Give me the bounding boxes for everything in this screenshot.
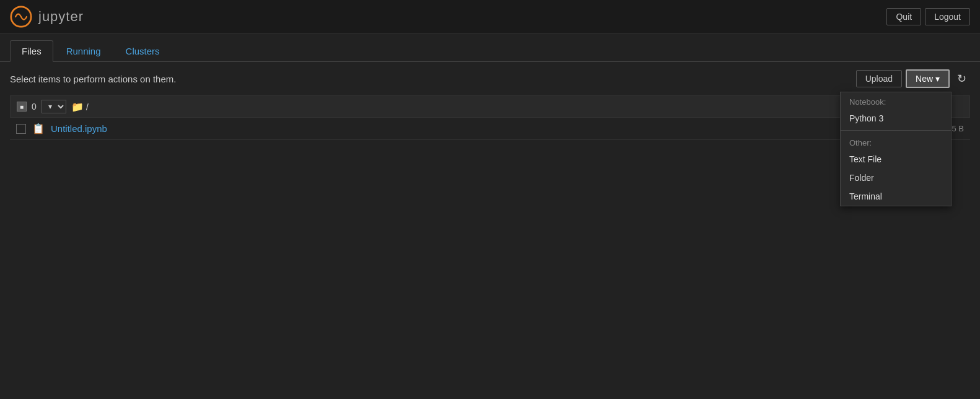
breadcrumb: 📁 / [71,101,512,113]
logo-area: jupyter [10,6,84,28]
content-area: Select items to perform actions on them.… [0,62,980,147]
instruction-text: Select items to perform actions on them. [10,74,176,84]
python3-menu-item[interactable]: Python 3 [841,109,951,128]
jupyter-logo-icon [10,6,32,28]
new-button[interactable]: New ▾ [906,69,950,88]
breadcrumb-path: / [86,102,89,112]
terminal-menu-item[interactable]: Terminal [841,187,951,206]
notebook-section-label: Notebook: [841,92,951,109]
action-bar: Select items to perform actions on them.… [10,69,970,88]
file-checkbox[interactable] [16,124,26,134]
header: jupyter Quit Logout [0,0,980,34]
select-all-checkbox[interactable] [17,102,27,112]
text-file-menu-item[interactable]: Text File [841,150,951,169]
dropdown-divider [841,130,951,131]
file-icon: 📋 [32,123,45,134]
file-size: 5 B [952,124,964,133]
tabs-bar: Files Running Clusters [0,34,980,62]
app-title: jupyter [38,9,84,25]
quit-button[interactable]: Quit [886,8,921,25]
file-list-header: 0 ▾ 📁 / Name ↓ Las [10,95,970,118]
upload-button[interactable]: Upload [856,70,902,87]
action-bar-right: Upload New ▾ ↻ Notebook: Python 3 Other:… [856,69,970,88]
header-buttons: Quit Logout [886,8,970,25]
tab-files[interactable]: Files [10,40,53,62]
folder-icon: 📁 [71,101,84,113]
sort-dropdown[interactable]: ▾ [42,100,66,113]
table-row: 📋 Untitled.ipynb 5 B [10,118,970,140]
other-section-label: Other: [841,133,951,150]
tab-clusters[interactable]: Clusters [114,40,172,61]
select-count: 0 [32,102,37,112]
refresh-button[interactable]: ↻ [953,69,970,88]
folder-menu-item[interactable]: Folder [841,169,951,187]
new-dropdown-menu: Notebook: Python 3 Other: Text File Fold… [840,92,952,206]
tab-running[interactable]: Running [55,40,113,61]
file-name-link[interactable]: Untitled.ipynb [51,123,107,134]
logout-button[interactable]: Logout [925,8,970,25]
